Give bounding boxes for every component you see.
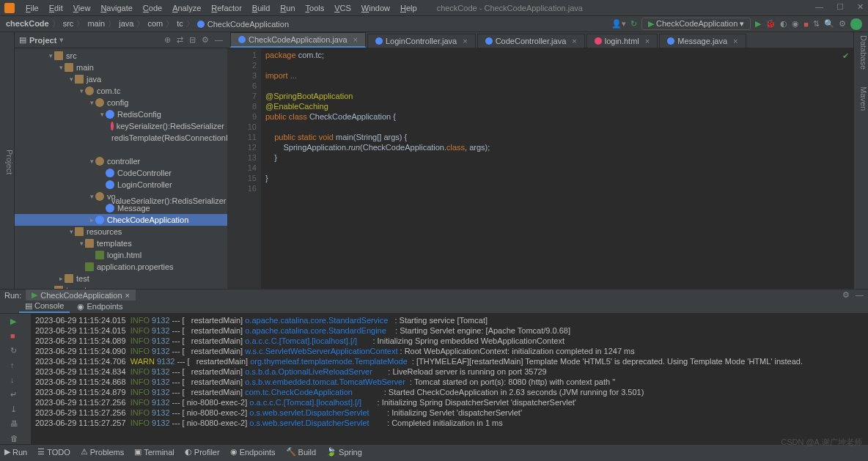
close-icon[interactable]: ×: [572, 37, 576, 45]
console-output[interactable]: 2023-06-29 11:15:24.015 INFO 9132 --- [ …: [31, 314, 868, 444]
stop-icon[interactable]: ■: [10, 331, 21, 342]
tree-node[interactable]: ▾resources: [15, 226, 227, 237]
debug-icon[interactable]: 🐞: [765, 19, 776, 29]
breadcrumb-item[interactable]: com: [147, 19, 163, 28]
locate-icon[interactable]: ⊕: [164, 35, 171, 45]
tool-build[interactable]: 🔨 Build: [286, 447, 316, 457]
breadcrumb-item[interactable]: main: [87, 19, 105, 28]
tree-node[interactable]: ▾src: [15, 50, 227, 62]
stop-icon[interactable]: ■: [803, 20, 809, 29]
menu-code[interactable]: Code: [138, 4, 167, 12]
menu-help[interactable]: Help: [395, 4, 422, 12]
breadcrumb-class[interactable]: CheckCodeApplication: [207, 20, 289, 29]
app-logo-icon: [4, 3, 15, 13]
tool-profiler[interactable]: ◐ Profiler: [185, 447, 220, 457]
editor-tab[interactable]: CodeController.java×: [477, 34, 585, 48]
tool-terminal[interactable]: ▣ Terminal: [134, 447, 174, 457]
tree-node[interactable]: ▾java: [15, 73, 227, 85]
close-icon[interactable]: ×: [645, 37, 650, 45]
search-icon[interactable]: 🔍: [824, 19, 834, 29]
breadcrumb-item[interactable]: java: [119, 19, 133, 28]
close-icon[interactable]: ×: [733, 37, 738, 45]
wrap-icon[interactable]: ↵: [10, 390, 21, 400]
close-icon[interactable]: ✕: [857, 2, 864, 12]
close-icon[interactable]: ×: [353, 35, 358, 44]
gear-icon[interactable]: ⚙: [202, 35, 209, 45]
user-icon[interactable]: 👤▾: [611, 19, 626, 29]
restart-icon[interactable]: ↻: [10, 346, 21, 356]
project-tree[interactable]: ▾src▾main▾java▾com.tc▾config▾RedisConfig…: [15, 48, 227, 289]
menu-window[interactable]: Window: [356, 4, 395, 12]
tree-node[interactable]: ▸test: [15, 273, 227, 284]
git-icon[interactable]: ⇅: [813, 19, 820, 29]
settings-icon[interactable]: ⚙: [839, 19, 846, 29]
profile-icon[interactable]: ◉: [792, 19, 799, 29]
run-panel: Run: ▶CheckCodeApplication× ⚙— ▤ Console…: [0, 289, 868, 444]
subtab-endpoints[interactable]: ◉ Endpoints: [71, 301, 128, 312]
tree-node[interactable]: valueSerializer():RedisSerializer: [15, 144, 227, 155]
project-tool-tab[interactable]: Project: [5, 150, 14, 174]
print-icon[interactable]: 🖶: [10, 419, 21, 429]
subtab-console[interactable]: ▤ Console: [19, 300, 70, 313]
menu-run[interactable]: Run: [275, 4, 300, 12]
up-icon[interactable]: ↑: [10, 361, 21, 371]
coverage-icon[interactable]: ◐: [780, 19, 787, 29]
breadcrumb-item[interactable]: tc: [177, 19, 183, 28]
menu-analyze[interactable]: Analyze: [167, 4, 206, 12]
menu-tools[interactable]: Tools: [301, 4, 330, 12]
menu-bar: FileEditViewNavigateCodeAnalyzeRefactorB…: [0, 0, 868, 16]
close-icon[interactable]: ×: [125, 291, 130, 300]
build-icon[interactable]: ↻: [630, 19, 637, 29]
run-config-selector[interactable]: ▶ CheckCodeApplication ▾: [641, 18, 751, 30]
close-icon[interactable]: ×: [463, 37, 467, 45]
breadcrumb-item[interactable]: src: [63, 19, 74, 28]
run-toolbar: ▶ ■ ↻ ↑ ↓ ↵ ⤓ 🖶 🗑: [0, 314, 31, 444]
menu-build[interactable]: Build: [247, 4, 275, 12]
down-icon[interactable]: ↓: [10, 375, 21, 386]
editor-tab[interactable]: CheckCodeApplication.java×: [230, 32, 366, 48]
menu-refactor[interactable]: Refactor: [206, 4, 247, 12]
editor-tabs: CheckCodeApplication.java×LoginControlle…: [227, 32, 853, 48]
tool-todo[interactable]: ☰ TODO: [37, 447, 70, 457]
hide-icon[interactable]: —: [215, 35, 223, 45]
database-tool-tab[interactable]: Database: [859, 35, 868, 70]
rerun-icon[interactable]: ▶: [10, 317, 21, 327]
tree-node[interactable]: ▾main: [15, 62, 227, 73]
menu-edit[interactable]: Edit: [44, 4, 68, 12]
collapse-icon[interactable]: ⇄: [177, 35, 183, 45]
trash-icon[interactable]: 🗑: [10, 434, 21, 444]
menu-vcs[interactable]: VCS: [329, 4, 356, 12]
menu-file[interactable]: File: [21, 4, 44, 12]
gear-icon[interactable]: ⚙: [842, 290, 850, 300]
editor-tab[interactable]: login.html×: [586, 34, 658, 48]
tree-node[interactable]: ▾templates: [15, 237, 227, 249]
scroll-icon[interactable]: ⤓: [10, 405, 21, 415]
breadcrumb-item[interactable]: checkCode: [6, 19, 49, 28]
editor-tab[interactable]: LoginController.java×: [367, 34, 476, 48]
run-icon[interactable]: ▶: [755, 19, 761, 29]
maximize-icon[interactable]: ☐: [836, 2, 844, 12]
code-area[interactable]: package com.tc; import ... @SpringBootAp…: [261, 48, 853, 289]
run-label: Run:: [4, 291, 21, 300]
tool-spring[interactable]: 🍃 Spring: [326, 447, 362, 457]
tree-node[interactable]: application.properties: [15, 261, 227, 273]
tool-endpoints[interactable]: ◉ Endpoints: [230, 447, 276, 457]
minimize-icon[interactable]: —: [815, 2, 823, 12]
tree-node[interactable]: ▸CheckCodeApplication: [15, 214, 227, 226]
bottom-toolbar: ▶ Run☰ TODO⚠ Problems▣ Terminal◐ Profile…: [0, 444, 868, 459]
tree-node[interactable]: login.html: [15, 249, 227, 261]
tool-run[interactable]: ▶ Run: [4, 447, 27, 457]
avatar-icon[interactable]: [850, 18, 862, 30]
inspection-ok-icon[interactable]: ✔: [842, 51, 849, 61]
menu-navigate[interactable]: Navigate: [95, 4, 137, 12]
tool-problems[interactable]: ⚠ Problems: [81, 447, 124, 457]
menu-view[interactable]: View: [68, 4, 96, 12]
run-tab[interactable]: ▶CheckCodeApplication×: [26, 289, 136, 300]
expand-icon[interactable]: ⊟: [189, 35, 196, 45]
tree-node[interactable]: ▸target: [15, 284, 227, 289]
editor-tab[interactable]: Message.java×: [659, 34, 746, 48]
line-gutter[interactable]: 123678910111213141516: [227, 48, 261, 289]
maven-tool-tab[interactable]: Maven: [859, 86, 868, 111]
right-gutter: Database Maven: [853, 32, 868, 289]
hide-icon[interactable]: —: [856, 290, 864, 300]
